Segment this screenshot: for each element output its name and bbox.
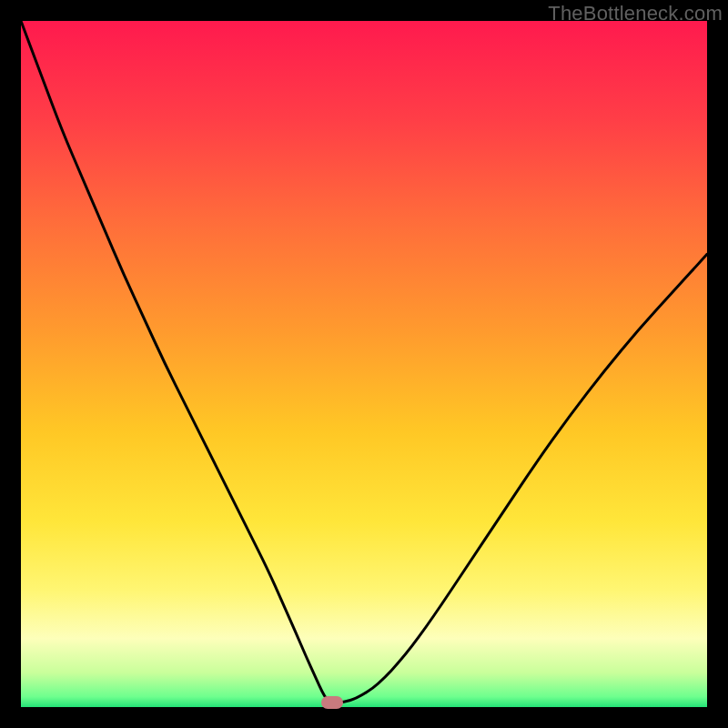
optimal-marker	[321, 696, 343, 709]
bottleneck-chart	[21, 21, 707, 707]
chart-frame	[21, 21, 707, 707]
watermark-text: TheBottleneck.com	[548, 2, 723, 25]
gradient-background	[21, 21, 707, 707]
